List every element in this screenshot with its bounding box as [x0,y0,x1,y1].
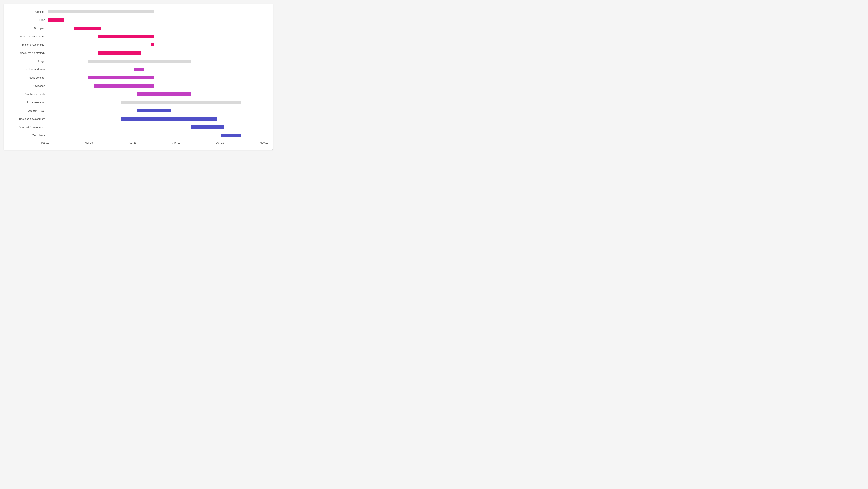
bar-track [48,74,267,82]
bar-track [48,32,267,40]
gantt-chart: ConceptDraftTech planStoryboard/Wirefram… [4,4,273,150]
task-label: Colors and fonts [6,68,48,71]
task-bar [88,76,154,79]
gantt-row: Concept [6,8,267,16]
gantt-row: Texts HP + Rest [6,107,267,115]
task-label: Storyboard/Wireframe [6,35,48,38]
task-label: Frontend Development [6,125,48,128]
bar-track [48,65,267,74]
task-label: Backend development [6,117,48,120]
gantt-row: Implementation [6,98,267,107]
task-label: Social media strategy [6,52,48,55]
bar-track [48,107,267,115]
gantt-row: Storyboard/Wireframe [6,32,267,40]
x-tick: Mar 19 [41,141,49,144]
task-bar [94,84,154,88]
chart-area: ConceptDraftTech planStoryboard/Wirefram… [6,8,267,148]
task-label: Image concept [6,76,48,79]
bar-track [48,40,267,49]
bar-track [48,16,267,24]
task-label: Implementation [6,101,48,104]
task-label: Graphic elements [6,93,48,96]
bar-track [48,24,267,32]
x-tick: Apr 19 [173,141,180,144]
bar-track [48,57,267,65]
task-bar [137,92,191,96]
gantt-row: Backend development [6,115,267,123]
bar-track [48,90,267,98]
gantt-row: Draft [6,16,267,24]
task-label: Texts HP + Rest [6,109,48,112]
task-bar [151,43,154,47]
task-bar [191,125,224,129]
bar-track [48,98,267,107]
bar-track [48,49,267,57]
task-bar [48,10,154,13]
task-bar [98,51,141,55]
task-label: Test phase [6,134,48,137]
x-tick: Mar 19 [85,141,93,144]
task-label: Implementation plan [6,43,48,46]
gantt-row: Graphic elements [6,90,267,98]
gantt-row: Test phase [6,131,267,140]
task-bar [48,18,64,22]
task-bar [121,117,217,121]
task-bar [134,68,144,71]
gantt-row: Colors and fonts [6,65,267,74]
bar-track [48,8,267,16]
bar-track [48,82,267,90]
gantt-row: Implementation plan [6,40,267,49]
task-bar [88,60,191,63]
task-bar [221,134,241,137]
task-label: Concept [6,10,48,13]
task-label: Navigation [6,84,48,87]
bar-track [48,123,267,131]
gantt-row: Design [6,57,267,65]
task-bar [137,109,171,112]
task-bar [121,101,241,104]
gantt-row: Image concept [6,74,267,82]
x-tick: Apr 19 [129,141,136,144]
task-bar [74,27,101,30]
gantt-row: Social media strategy [6,49,267,57]
bar-track [48,131,267,140]
x-tick: Apr 19 [216,141,224,144]
x-axis: Mar 19Mar 19Apr 19Apr 19Apr 19May 19 [45,140,267,145]
task-bar [98,35,154,38]
gantt-row: Tech plan [6,24,267,32]
task-label: Draft [6,19,48,22]
task-label: Design [6,60,48,63]
x-tick: May 19 [260,141,268,144]
task-label: Tech plan [6,27,48,30]
bar-track [48,115,267,123]
gantt-row: Frontend Development [6,123,267,131]
gantt-row: Navigation [6,82,267,90]
